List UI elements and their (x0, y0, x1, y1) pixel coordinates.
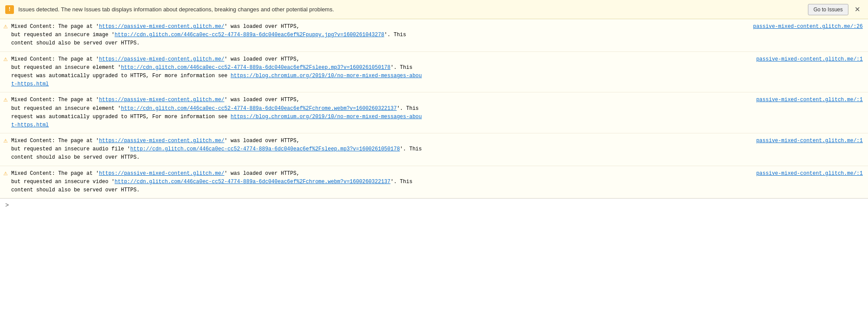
source-link[interactable]: passive-mixed-content.glitch.me/:1 (756, 137, 863, 145)
entry-content: passive-mixed-content.glitch.me/:26 Mixe… (11, 23, 863, 48)
blog-link[interactable]: https://blog.chromium.org/2019/10/no-mor… (11, 114, 422, 128)
entry-content: passive-mixed-content.glitch.me/:1 Mixed… (11, 96, 863, 129)
warning-icon: ⚠ (3, 23, 8, 30)
page-url-link[interactable]: https://passive-mixed-content.glitch.me/ (99, 97, 224, 103)
warning-icon: ⚠ (3, 56, 8, 63)
bottom-bar: > (0, 198, 868, 211)
page-url-link[interactable]: https://passive-mixed-content.glitch.me/ (99, 138, 224, 144)
page-url-link[interactable]: https://passive-mixed-content.glitch.me/ (99, 170, 224, 177)
source-link[interactable]: passive-mixed-content.glitch.me/:1 (756, 55, 863, 64)
banner-left: ! Issues detected. The new Issues tab di… (5, 5, 808, 14)
resource-url-link[interactable]: http://cdn.glitch.com/446ca0ec-cc52-4774… (121, 106, 397, 112)
close-button[interactable]: ✕ (852, 4, 863, 14)
console-area: ⚠ passive-mixed-content.glitch.me/:26 Mi… (0, 19, 868, 198)
source-link[interactable]: passive-mixed-content.glitch.me/:1 (756, 170, 863, 178)
banner-warning-icon: ! (5, 5, 14, 14)
warning-icon: ⚠ (3, 96, 8, 103)
resource-url-link[interactable]: http://cdn.glitch.com/446ca0ec-cc52-4774… (114, 179, 390, 185)
console-entry: ⚠ passive-mixed-content.glitch.me/:1 Mix… (0, 166, 868, 199)
resource-url-link[interactable]: http://cdn.glitch.com/446ca0ec-cc52-4774… (114, 32, 384, 38)
issues-banner: ! Issues detected. The new Issues tab di… (0, 0, 868, 19)
banner-message: Issues detected. The new Issues tab disp… (18, 6, 334, 13)
resource-url-link[interactable]: http://cdn.glitch.com/446ca0ec-cc52-4774… (121, 65, 390, 71)
console-entry: ⚠ passive-mixed-content.glitch.me/:1 Mix… (0, 52, 868, 93)
source-link[interactable]: passive-mixed-content.glitch.me/:1 (756, 96, 863, 104)
console-entry: ⚠ passive-mixed-content.glitch.me/:1 Mix… (0, 133, 868, 166)
source-link[interactable]: passive-mixed-content.glitch.me/:26 (753, 23, 863, 31)
page-url-link[interactable]: https://passive-mixed-content.glitch.me/ (99, 56, 224, 62)
warning-icon: ⚠ (3, 137, 8, 144)
console-entry: ⚠ passive-mixed-content.glitch.me/:26 Mi… (0, 19, 868, 52)
entry-content: passive-mixed-content.glitch.me/:1 Mixed… (11, 137, 863, 162)
blog-link[interactable]: https://blog.chromium.org/2019/10/no-mor… (11, 73, 422, 87)
console-entry: ⚠ passive-mixed-content.glitch.me/:1 Mix… (0, 92, 868, 133)
chevron-icon[interactable]: > (5, 202, 9, 209)
entry-content: passive-mixed-content.glitch.me/:1 Mixed… (11, 55, 863, 89)
page-url-link[interactable]: https://passive-mixed-content.glitch.me/ (99, 24, 224, 30)
entry-content: passive-mixed-content.glitch.me/:1 Mixed… (11, 170, 863, 195)
resource-url-link[interactable]: http://cdn.glitch.com/446ca0ec-cc52-4774… (130, 146, 400, 152)
go-to-issues-button[interactable]: Go to Issues (808, 4, 848, 15)
warning-icon: ⚠ (3, 170, 8, 177)
